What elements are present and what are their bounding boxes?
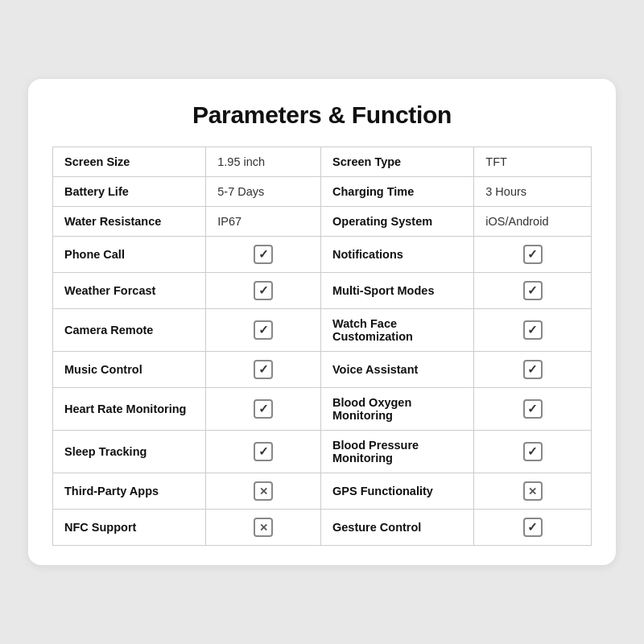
- table-row: Heart Rate MonitoringBlood Oxygen Monito…: [53, 388, 592, 431]
- right-label-3: Notifications: [321, 237, 474, 273]
- right-value-1: 3 Hours: [474, 177, 592, 207]
- right-value-8: [474, 431, 592, 473]
- right-label-5: Watch Face Customization: [321, 309, 474, 352]
- right-value-10: [474, 510, 592, 546]
- left-label-10: NFC Support: [53, 510, 206, 546]
- parameters-table: Screen Size1.95 inchScreen TypeTFTBatter…: [52, 147, 592, 546]
- right-label-8: Blood Pressure Monitoring: [321, 431, 474, 473]
- right-value-0: TFT: [474, 147, 592, 177]
- left-label-8: Sleep Tracking: [53, 431, 206, 473]
- left-label-5: Camera Remote: [53, 309, 206, 352]
- left-value-7: [206, 388, 321, 431]
- check-icon: [254, 442, 273, 461]
- right-value-5: [474, 309, 592, 352]
- table-row: Weather ForcastMulti-Sport Modes: [53, 273, 592, 309]
- check-icon: [523, 245, 543, 264]
- left-label-6: Music Control: [53, 352, 206, 388]
- left-value-4: [206, 273, 321, 309]
- right-label-1: Charging Time: [321, 177, 474, 207]
- check-icon: [254, 360, 273, 379]
- left-value-2: IP67: [206, 207, 321, 237]
- cross-icon: [254, 481, 273, 501]
- left-value-0: 1.95 inch: [206, 147, 321, 177]
- table-row: Sleep TrackingBlood Pressure Monitoring: [53, 431, 592, 473]
- table-row: Music ControlVoice Assistant: [53, 352, 592, 388]
- check-icon: [523, 518, 543, 537]
- left-label-3: Phone Call: [53, 237, 206, 273]
- table-row: Camera RemoteWatch Face Customization: [53, 309, 592, 352]
- table-row: Third-Party AppsGPS Functionality: [53, 473, 592, 510]
- table-row: Water ResistanceIP67Operating SystemiOS/…: [53, 207, 592, 237]
- table-row: Screen Size1.95 inchScreen TypeTFT: [53, 147, 592, 177]
- left-value-6: [206, 352, 321, 388]
- check-icon: [523, 360, 543, 379]
- right-label-4: Multi-Sport Modes: [321, 273, 474, 309]
- right-value-2: iOS/Android: [474, 207, 592, 237]
- check-icon: [523, 442, 543, 461]
- right-value-4: [474, 273, 592, 309]
- left-label-9: Third-Party Apps: [53, 473, 206, 510]
- right-label-0: Screen Type: [321, 147, 474, 177]
- right-label-2: Operating System: [321, 207, 474, 237]
- check-icon: [523, 281, 543, 300]
- right-value-7: [474, 388, 592, 431]
- right-label-9: GPS Functionality: [321, 473, 474, 510]
- table-row: Battery Life5-7 DaysCharging Time3 Hours: [53, 177, 592, 207]
- check-icon: [254, 399, 273, 419]
- left-value-1: 5-7 Days: [206, 177, 321, 207]
- check-icon: [523, 320, 543, 340]
- check-icon: [254, 281, 273, 300]
- check-icon: [523, 399, 543, 419]
- left-value-5: [206, 309, 321, 352]
- right-value-3: [474, 237, 592, 273]
- left-value-3: [206, 237, 321, 273]
- left-label-4: Weather Forcast: [53, 273, 206, 309]
- right-value-9: [474, 473, 592, 510]
- left-value-9: [206, 473, 321, 510]
- cross-icon: [254, 518, 273, 537]
- table-row: Phone CallNotifications: [53, 237, 592, 273]
- cross-icon: [523, 481, 543, 501]
- right-label-6: Voice Assistant: [321, 352, 474, 388]
- parameters-card: Parameters & Function Screen Size1.95 in…: [28, 79, 616, 565]
- table-row: NFC SupportGesture Control: [53, 510, 592, 546]
- page-title: Parameters & Function: [52, 101, 592, 129]
- left-label-7: Heart Rate Monitoring: [53, 388, 206, 431]
- right-label-7: Blood Oxygen Monitoring: [321, 388, 474, 431]
- left-value-8: [206, 431, 321, 473]
- right-label-10: Gesture Control: [321, 510, 474, 546]
- left-label-0: Screen Size: [53, 147, 206, 177]
- left-label-2: Water Resistance: [53, 207, 206, 237]
- check-icon: [254, 320, 273, 340]
- right-value-6: [474, 352, 592, 388]
- left-value-10: [206, 510, 321, 546]
- left-label-1: Battery Life: [53, 177, 206, 207]
- check-icon: [254, 245, 273, 264]
